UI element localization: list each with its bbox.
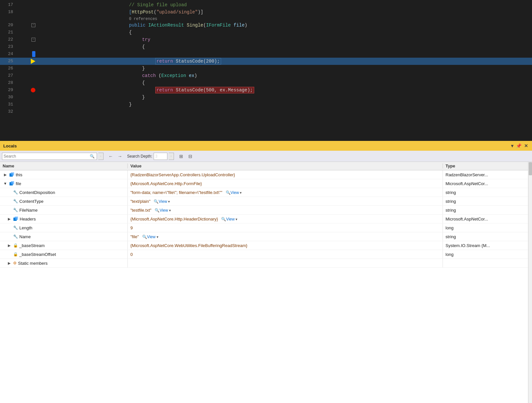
row-type-length: long [443, 223, 528, 232]
scrollbar[interactable] [528, 162, 532, 403]
table-row-basestreamoffset: ▶ 🔒 _baseStreamOffset 0 long [0, 250, 528, 259]
line-num-29: 29 [0, 86, 17, 94]
filter-icon-btn[interactable]: ⊟ [186, 152, 194, 160]
view-headers[interactable]: 🔍View ▾ [221, 217, 238, 221]
collapse-btn-20[interactable]: − [31, 23, 35, 27]
svg-rect-3 [11, 181, 14, 184]
code-main: 17 // Single file upload 18 [HttpPost("u… [0, 0, 532, 141]
name-basestream: _baseStream [19, 243, 45, 248]
row-name-basestream: ▶ 🔒 _baseStream [0, 241, 128, 250]
line-num-21: 21 [0, 29, 17, 36]
view-dd-cd[interactable]: ▾ [239, 191, 242, 195]
depth-value: 3 [155, 154, 158, 159]
view-link-headers[interactable]: 🔍View [221, 217, 235, 221]
view-dd-headers[interactable]: ▾ [235, 217, 238, 221]
view-link-fn[interactable]: 🔍View [155, 208, 168, 213]
cube-icon-headers [13, 216, 18, 221]
locals-table-wrap: Name Value Type ▶ this [0, 162, 528, 403]
row-value-headers[interactable]: {Microsoft.AspNetCore.Http.HeaderDiction… [128, 215, 443, 223]
expand-staticmembers[interactable]: ▶ [7, 260, 12, 266]
row-type-cd: string [443, 188, 528, 197]
line-num-22: 22 [0, 36, 17, 43]
row-value-basestreamoffset[interactable]: 0 [128, 250, 443, 259]
table-row-file: ▼ file {Microsoft.AspNetCore.Http.FormFi… [0, 179, 528, 188]
row-name-headers: ▶ Headers [0, 215, 128, 223]
view-link-cd[interactable]: 🔍View [226, 190, 239, 195]
line-num-32: 32 [0, 108, 17, 115]
row-value-staticmembers[interactable] [128, 259, 443, 267]
view-nm[interactable]: 🔍View ▾ [142, 234, 159, 239]
gutter-22: − [17, 38, 37, 42]
gutter-25 [17, 59, 37, 64]
close-locals-icon[interactable]: ✕ [523, 143, 529, 149]
line-num-30: 30 [0, 94, 17, 101]
debug-arrow [31, 59, 35, 64]
row-name-contentdisposition: ▶ 🔧 ContentDisposition [0, 188, 128, 197]
line-num-28: 28 [0, 79, 17, 86]
nav-forward-btn[interactable]: → [116, 153, 124, 160]
row-name-this: ▶ this [0, 170, 128, 179]
pin-down-icon[interactable]: ▾ [510, 143, 514, 149]
svg-rect-1 [11, 172, 14, 176]
gutter-29 [17, 88, 37, 92]
row-type-ct: string [443, 197, 528, 205]
breakpoint-29[interactable] [31, 88, 35, 92]
row-value-length[interactable]: 9 [128, 223, 443, 232]
svg-rect-5 [15, 217, 18, 220]
name-fn: FileName [19, 208, 38, 213]
line-num-31: 31 [0, 101, 17, 108]
row-type-fn: string [443, 206, 528, 214]
name-basestreamoffset: _baseStreamOffset [19, 252, 56, 257]
row-value-fn[interactable]: "testfile.txt" 🔍View ▾ [128, 206, 443, 214]
row-name-contenttype: ▶ 🔧 ContentType [0, 197, 128, 205]
view-fn[interactable]: 🔍View ▾ [155, 208, 171, 213]
row-value-basestream[interactable]: {Microsoft.AspNetCore.WebUtilities.FileB… [128, 241, 443, 250]
locals-main: Locals ▾ 📌 ✕ 🔍 ▾ ← → Search Depth: [0, 141, 532, 403]
table-row-name: ▶ 🔧 Name "file" 🔍View ▾ string [0, 232, 528, 241]
row-name-basestreamoffset: ▶ 🔒 _baseStreamOffset [0, 250, 128, 259]
code-lines: 17 // Single file upload 18 [HttpPost("u… [0, 0, 532, 141]
row-value-file[interactable]: {Microsoft.AspNetCore.Http.FormFile} [128, 179, 443, 188]
name-this: this [16, 172, 22, 177]
row-value-cd[interactable]: "form-data; name=\"file\"; filename=\"te… [128, 188, 443, 197]
scroll-thumb[interactable] [529, 162, 532, 175]
view-link-nm[interactable]: 🔍View [142, 235, 156, 239]
table-row-filename: ▶ 🔧 FileName "testfile.txt" 🔍View ▾ stri… [0, 206, 528, 215]
pin-icon[interactable]: 📌 [515, 143, 522, 149]
view-dd-ct[interactable]: ▾ [167, 200, 170, 203]
view-ct[interactable]: 🔍View ▾ [154, 199, 170, 204]
col-header-name: Name [0, 163, 128, 168]
name-nm: Name [19, 234, 31, 239]
expand-headers[interactable]: ▶ [7, 216, 12, 221]
search-btn[interactable]: 🔍 [89, 154, 95, 159]
search-input[interactable] [4, 154, 89, 159]
depth-dropdown[interactable]: ▾ [169, 153, 174, 160]
view-dd-fn[interactable]: ▾ [168, 208, 171, 212]
expand-file[interactable]: ▼ [3, 181, 8, 186]
expand-this[interactable]: ▶ [3, 172, 8, 177]
cube-icon-file [9, 181, 14, 186]
wrench-icon-len: 🔧 [13, 225, 18, 230]
view-cd[interactable]: 🔍View ▾ [226, 190, 242, 195]
code-line-31: 31 } [0, 101, 532, 108]
search-dropdown[interactable]: ▾ [98, 153, 104, 160]
row-value-name[interactable]: "file" 🔍View ▾ [128, 232, 443, 241]
row-type-this: RadzenBlazorServer... [443, 170, 528, 179]
row-value-this[interactable]: {RadzenBlazorServerApp.Controllers.Uploa… [128, 170, 443, 179]
title-bar-icons: ▾ 📌 ✕ [510, 143, 529, 149]
search-depth-label: Search Depth: [127, 154, 152, 159]
nav-back-btn[interactable]: ← [107, 153, 115, 160]
collapse-btn-22[interactable]: − [31, 38, 35, 42]
copy-icon-btn[interactable]: ⊞ [177, 152, 185, 160]
locals-title-bar: Locals ▾ 📌 ✕ [0, 141, 532, 151]
view-link-ct[interactable]: 🔍View [154, 199, 167, 204]
table-row-this: ▶ this {RadzenBlazorServerApp.Controller… [0, 170, 528, 179]
code-area: 17 // Single file upload 18 [HttpPost("u… [0, 0, 532, 141]
view-dd-nm[interactable]: ▾ [156, 235, 159, 239]
code-editor: 17 // Single file upload 18 [HttpPost("u… [0, 0, 532, 141]
row-name-name: ▶ 🔧 Name [0, 232, 128, 241]
name-length: Length [19, 225, 32, 230]
expand-basestream[interactable]: ▶ [7, 243, 12, 248]
row-value-ct[interactable]: "text/plain" 🔍View ▾ [128, 197, 443, 205]
brace-method-close: } [129, 102, 132, 107]
